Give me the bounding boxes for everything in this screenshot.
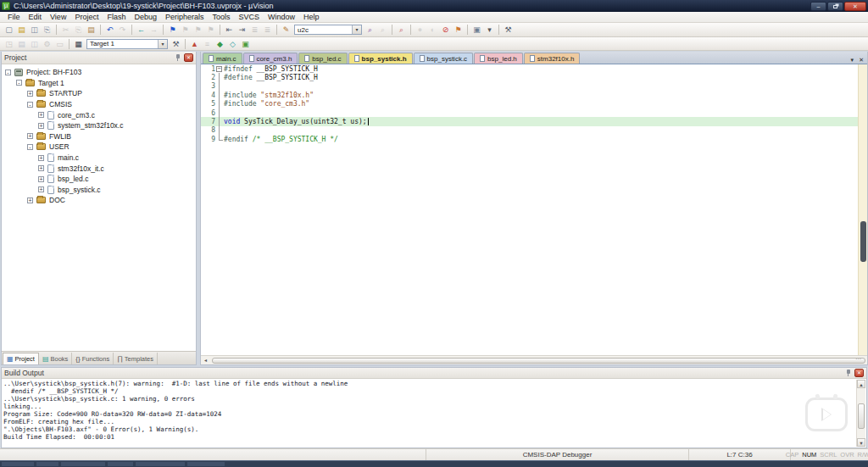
code-line-1[interactable]: 1−#ifndef __BSP_SYSTICK_H — [201, 64, 858, 73]
file-dependencies-icon[interactable]: ≡ — [201, 39, 214, 49]
tab-close-icon[interactable]: ✕ — [859, 57, 864, 64]
rebuild-all-icon[interactable]: ⚙ — [41, 39, 53, 49]
tree-item-cmsis[interactable]: -CMSIS — [2, 99, 196, 110]
comment-selection-icon[interactable]: ≣ — [248, 25, 261, 35]
pin-icon[interactable] — [175, 53, 181, 62]
navigate-back-icon[interactable]: ← — [135, 25, 147, 35]
menu-debug[interactable]: Debug — [130, 13, 161, 21]
next-bookmark-icon[interactable]: ⚑ — [192, 25, 204, 35]
expand-icon[interactable]: + — [38, 112, 44, 118]
tree-item-main-c[interactable]: +main.c — [2, 153, 196, 164]
kill-all-breakpoints-icon[interactable]: ⊘ — [439, 25, 452, 35]
window-layout-icon[interactable]: ▣ — [470, 25, 483, 35]
expand-icon[interactable]: + — [27, 91, 33, 97]
editor-scroll-thumb[interactable] — [860, 221, 866, 262]
fold-box-icon[interactable]: − — [216, 66, 222, 72]
menu-help[interactable]: Help — [299, 13, 324, 21]
editor-horizontal-scrollbar[interactable]: ◂ — [201, 355, 867, 364]
expand-icon[interactable]: + — [27, 197, 33, 203]
menu-edit[interactable]: Edit — [25, 13, 47, 21]
project-panel-close-button[interactable]: ✕ — [184, 53, 193, 62]
target-select[interactable]: Target 1▾ — [86, 39, 168, 49]
configure-find-icon[interactable]: ✎ — [280, 25, 292, 35]
minimize-button[interactable]: – — [810, 2, 826, 11]
scroll-track[interactable] — [857, 388, 865, 438]
editor-vertical-scrollbar[interactable] — [858, 64, 867, 355]
clear-bookmarks-icon[interactable]: ⚑ — [204, 25, 217, 35]
tree-item-startup[interactable]: +STARTUP — [2, 88, 196, 99]
expand-icon[interactable]: + — [38, 186, 44, 192]
unindent-icon[interactable]: ⇤ — [223, 25, 236, 35]
find-next-icon[interactable]: ⌕ — [376, 25, 389, 35]
editor-tab-bsp_systick-h[interactable]: bsp_systick.h — [348, 53, 413, 64]
menu-view[interactable]: View — [46, 13, 70, 21]
tree-item-core-cm3-c[interactable]: +core_cm3.c — [2, 109, 196, 120]
paste-icon[interactable]: ▤ — [85, 25, 97, 35]
code-line-6[interactable]: 6 — [201, 108, 858, 117]
panel-tab-project[interactable]: ▦Project — [3, 353, 39, 364]
redo-icon[interactable]: ↷ — [116, 25, 129, 35]
debug-window-1-icon[interactable]: ◳ — [3, 39, 15, 49]
scroll-up-icon[interactable]: ▲ — [857, 380, 865, 388]
save-all-icon[interactable]: ⎘ — [41, 25, 53, 35]
enable-breakpoint-icon[interactable]: ◐ — [426, 25, 439, 35]
menu-file[interactable]: File — [3, 13, 25, 21]
build-output-pin-icon[interactable] — [845, 369, 852, 377]
code-line-7[interactable]: 7void SysTick_Delay_us(uint32_t us); — [201, 117, 858, 125]
undo-icon[interactable]: ↶ — [103, 25, 116, 35]
manage-file-extensions-icon[interactable]: ▲ — [188, 39, 201, 49]
tree-item-user[interactable]: -USER — [2, 142, 196, 153]
tree-item-stm32f10x-it-c[interactable]: +stm32f10x_it.c — [2, 163, 196, 174]
insert-breakpoint-icon[interactable]: ● — [414, 25, 426, 35]
expand-icon[interactable]: + — [38, 176, 44, 182]
search-combo-dropdown-icon[interactable]: ▾ — [352, 25, 361, 34]
options-for-target-icon[interactable]: ⚒ — [170, 39, 182, 49]
menu-svcs[interactable]: SVCS — [235, 13, 264, 21]
scroll-thumb[interactable] — [858, 403, 865, 429]
collapse-icon[interactable]: - — [27, 102, 33, 108]
code-editor[interactable]: 1−#ifndef __BSP_SYSTICK_H2#define __BSP_… — [201, 64, 867, 355]
tree-item-system-stm32f10x-c[interactable]: +system_stm32f10x.c — [2, 120, 196, 131]
tree-item-bsp-systick-c[interactable]: +bsp_systick.c — [2, 185, 196, 196]
build-icon[interactable]: ◫ — [28, 39, 41, 49]
restore-button[interactable] — [827, 2, 843, 11]
tree-item-doc[interactable]: +DOC — [2, 195, 196, 206]
tree-item-target-1[interactable]: -Target 1 — [2, 78, 196, 89]
code-line-4[interactable]: 4#include "stm32f10x.h" — [201, 91, 858, 99]
menu-project[interactable]: Project — [70, 13, 103, 21]
indent-icon[interactable]: ⇥ — [236, 25, 248, 35]
editor-tab-bsp_led-c[interactable]: bsp_led.c — [298, 53, 347, 64]
manage-project-items-icon[interactable]: ▣ — [239, 39, 252, 49]
expand-icon[interactable]: + — [38, 165, 44, 171]
menu-peripherals[interactable]: Peripherals — [161, 13, 209, 21]
tab-scroll-arrow-icon[interactable]: ▾ — [851, 57, 854, 64]
editor-tab-core_cm3-h[interactable]: core_cm3.h — [243, 53, 298, 64]
prev-bookmark-icon[interactable]: ⚑ — [179, 25, 192, 35]
toggle-bookmark-icon[interactable]: ⚑ — [166, 25, 179, 35]
expand-icon[interactable]: + — [38, 123, 44, 129]
code-line-8[interactable]: 8 — [201, 126, 858, 135]
manage-run-time-environment-icon[interactable]: ◆ — [214, 39, 226, 49]
copy-icon[interactable]: ⎘ — [72, 25, 85, 35]
hscroll-thumb[interactable] — [212, 358, 865, 364]
navigate-forward-icon[interactable]: → — [147, 25, 160, 35]
build-output-scrollbar[interactable]: ▲ ▼ — [856, 380, 865, 447]
save-icon[interactable]: ◫ — [28, 25, 41, 35]
editor-tab-bsp_systick-c[interactable]: bsp_systick.c — [414, 53, 474, 64]
configure-tools-icon[interactable]: ⚒ — [502, 25, 515, 35]
collapse-icon[interactable]: - — [27, 144, 33, 150]
cut-icon[interactable]: ✂ — [59, 25, 72, 35]
menu-window[interactable]: Window — [264, 13, 299, 21]
editor-tab-stm32f10x-h[interactable]: stm32f10x.h — [524, 53, 581, 64]
collapse-icon[interactable]: - — [5, 69, 11, 75]
disable-all-breakpoints-icon[interactable]: ⚑ — [452, 25, 465, 35]
stop-build-icon[interactable]: ▭ — [53, 39, 66, 49]
panel-tab-functions[interactable]: {}Functions — [72, 353, 114, 364]
search-combo[interactable]: u2c▾ — [294, 25, 362, 35]
build-output-close-button[interactable]: ✕ — [854, 369, 864, 377]
tree-item-fwlib[interactable]: +FWLIB — [2, 131, 196, 142]
code-line-5[interactable]: 5#include "core_cm3.h" — [201, 100, 858, 108]
expand-icon[interactable]: + — [38, 155, 44, 161]
menu-flash[interactable]: Flash — [103, 13, 130, 21]
expand-icon[interactable]: + — [27, 133, 33, 139]
